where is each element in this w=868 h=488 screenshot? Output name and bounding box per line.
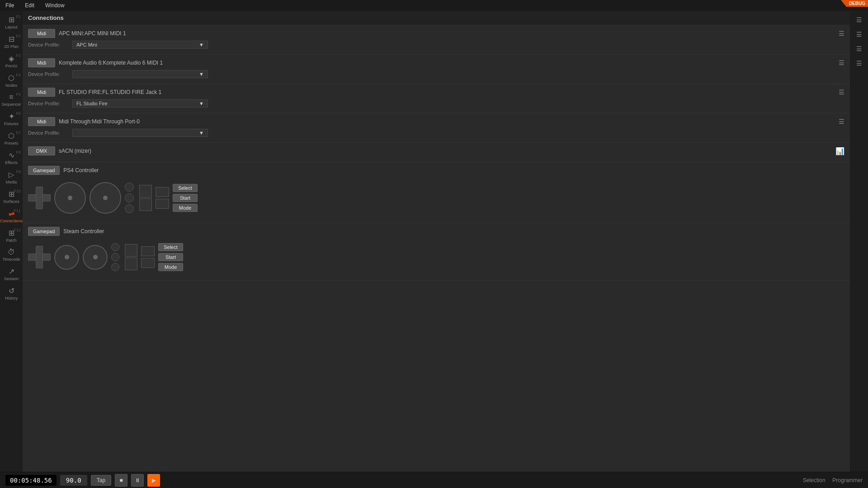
- right-joystick-dot-ps4: [103, 196, 108, 200]
- device-profile-label-midi3: Device Profile:: [28, 101, 69, 106]
- dpad-ps4: [28, 187, 51, 209]
- fkey-nodes: F4: [16, 73, 21, 77]
- btn-type-midi3[interactable]: Midi: [28, 88, 55, 97]
- trigger-pair-bot-left-steam: [125, 258, 137, 270]
- sidebar-item-2dplan[interactable]: F2 ⊟ 2D Plan: [0, 32, 23, 52]
- menu-bar: File Edit Window DEBUG: [0, 0, 868, 11]
- btn-type-gamepad-steam[interactable]: Gamepad: [28, 227, 60, 236]
- fkey-fixtures: F6: [16, 111, 21, 116]
- connection-name-midi4: Midi Through:Midi Through Port-0: [59, 118, 140, 125]
- programmer-label[interactable]: Programmer: [832, 477, 863, 483]
- dropdown-arrow-midi2: ▼: [199, 71, 204, 77]
- add-sacn-button[interactable]: ☰: [854, 14, 864, 25]
- left-joystick-dot-ps4: [68, 196, 72, 200]
- btn-type-midi1[interactable]: Midi: [28, 29, 55, 38]
- gamepad-name-ps4: PS4 Controller: [63, 167, 99, 174]
- mode-btn-ps4[interactable]: Mode: [173, 204, 198, 212]
- connection-row-midi2: Midi Komplete Audio 6:Komplete Audio 6 M…: [28, 58, 844, 67]
- center-buttons-steam: [141, 246, 155, 268]
- start-btn-ps4[interactable]: Start: [173, 194, 198, 202]
- fkey-2dplan: F2: [16, 34, 21, 38]
- device-profile-row-midi3: Device Profile: FL Studio Fire ▼: [28, 99, 844, 108]
- connection-row-dmx: DMX sACN (mizer) 📊: [28, 146, 844, 155]
- add-osc-button[interactable]: ☰: [854, 58, 864, 69]
- connection-row-midi3: Midi FL STUDIO FIRE:FL STUDIO FIRE Jack …: [28, 88, 844, 97]
- center-btn-bot-steam: [141, 258, 155, 268]
- sidebar-item-effects[interactable]: F8 ∿ Effects: [0, 148, 23, 168]
- trigger-left-ps4: [139, 185, 152, 211]
- sidebar-item-patch[interactable]: F12 ⊞ Patch: [0, 226, 23, 245]
- l1-btn-ps4: [139, 185, 152, 197]
- touchpad-area-steam: [111, 243, 119, 271]
- sidebar-item-history[interactable]: ↺ History: [0, 284, 23, 303]
- sidebar-item-nodes[interactable]: F4 ⬡ Nodes: [0, 71, 23, 90]
- dropdown-arrow-midi1: ▼: [199, 42, 204, 47]
- pause-button[interactable]: ⏸: [131, 474, 144, 487]
- sidebar-item-connections[interactable]: F11 ⇌ Connections: [0, 206, 23, 226]
- dpad-vertical-steam: [36, 246, 43, 268]
- dropdown-arrow-midi4: ▼: [199, 130, 204, 136]
- btn-type-midi2[interactable]: Midi: [28, 58, 55, 67]
- sidebar-item-fixtures[interactable]: F6 ✦ Fixtures: [0, 109, 23, 129]
- tap-button[interactable]: Tap: [91, 475, 111, 486]
- right-panel: ☰ ☰ ☰ ☰: [850, 11, 868, 472]
- btn-type-dmx[interactable]: DMX: [28, 146, 55, 155]
- sidebar-item-timecode[interactable]: ⏱ Timecode: [0, 245, 23, 264]
- connection-menu-midi4[interactable]: ☰: [839, 118, 844, 125]
- previz-icon: ◈: [9, 54, 14, 63]
- btn-type-gamepad-ps4[interactable]: Gamepad: [28, 166, 60, 175]
- bpm-display[interactable]: 90.0: [60, 475, 87, 486]
- sidebar-item-surfaces[interactable]: F10 ⊞ Surfaces: [0, 187, 23, 206]
- fkey-connections: F11: [14, 208, 21, 213]
- menu-file[interactable]: File: [4, 1, 16, 9]
- fkey-presets: F7: [16, 131, 21, 135]
- bottom-bar: 00:05:48.56 90.0 Tap ■ ⏸ ▶ Selection Pro…: [0, 472, 868, 488]
- sidebar-item-sequencer[interactable]: F5 ≡ Sequencer: [0, 90, 23, 109]
- connection-name-midi2: Komplete Audio 6:Komplete Audio 6 MIDI 1: [59, 60, 163, 66]
- menu-edit[interactable]: Edit: [23, 1, 36, 9]
- mode-btn-steam[interactable]: Mode: [158, 263, 183, 271]
- l2-btn-ps4: [139, 198, 152, 211]
- sidebar-label-timecode: Timecode: [2, 257, 20, 262]
- device-profile-dropdown-midi4[interactable]: ▼: [72, 129, 208, 137]
- touchpad-circle3-steam: [111, 263, 119, 271]
- sidebar-item-previz[interactable]: F3 ◈ PreViz: [0, 52, 23, 71]
- connection-menu-midi1[interactable]: ☰: [839, 30, 844, 37]
- sidebar-label-connections: Connections: [0, 219, 23, 223]
- select-btn-ps4[interactable]: Select: [173, 184, 198, 192]
- connection-menu-midi3[interactable]: ☰: [839, 89, 844, 96]
- selection-label[interactable]: Selection: [803, 477, 825, 483]
- right-joystick-ps4: [90, 182, 121, 214]
- add-mqtt-button[interactable]: ☰: [854, 43, 864, 54]
- debug-badge: DEBUG: [841, 0, 868, 7]
- device-profile-dropdown-midi2[interactable]: ▼: [72, 70, 208, 78]
- stop-button[interactable]: ■: [115, 474, 127, 487]
- sidebar-item-presets[interactable]: F7 ⬡ Presets: [0, 129, 23, 148]
- sidebar-item-layout[interactable]: F1 ⊞ Layout: [0, 13, 23, 32]
- select-btn-steam[interactable]: Select: [158, 243, 183, 251]
- left-joystick-dot-steam: [65, 255, 69, 259]
- sidebar-item-media[interactable]: F9 ▷ Media: [0, 168, 23, 187]
- btn-type-midi4[interactable]: Midi: [28, 117, 55, 126]
- gamepad-block-ps4: Gamepad PS4 Controller: [23, 162, 850, 223]
- menu-window[interactable]: Window: [43, 1, 66, 9]
- device-profile-row-midi1: Device Profile: APC Mini ▼: [28, 41, 844, 49]
- device-profile-row-midi2: Device Profile: ▼: [28, 70, 844, 78]
- device-profile-dropdown-midi3[interactable]: FL Studio Fire ▼: [72, 99, 208, 108]
- device-profile-dropdown-midi1[interactable]: APC Mini ▼: [72, 41, 208, 49]
- connection-chart-dmx[interactable]: 📊: [835, 147, 844, 155]
- connection-menu-midi2[interactable]: ☰: [839, 59, 844, 66]
- start-btn-steam[interactable]: Start: [158, 253, 183, 261]
- dropdown-arrow-midi3: ▼: [199, 101, 204, 106]
- sidebar-label-sequencer: Sequencer: [1, 102, 21, 107]
- sidebar-item-session[interactable]: ↗ Session: [0, 264, 23, 284]
- stop-icon: ■: [119, 477, 123, 483]
- play-button[interactable]: ▶: [147, 474, 160, 487]
- sidebar-label-layout: Layout: [5, 25, 17, 29]
- left-joystick-steam: [54, 245, 79, 270]
- sidebar-label-nodes: Nodes: [5, 83, 17, 88]
- sidebar-label-history: History: [5, 296, 18, 300]
- device-profile-label-midi1: Device Profile:: [28, 42, 69, 47]
- add-artnet-button[interactable]: ☰: [854, 29, 864, 40]
- touchpad-circle3-ps4: [125, 204, 134, 213]
